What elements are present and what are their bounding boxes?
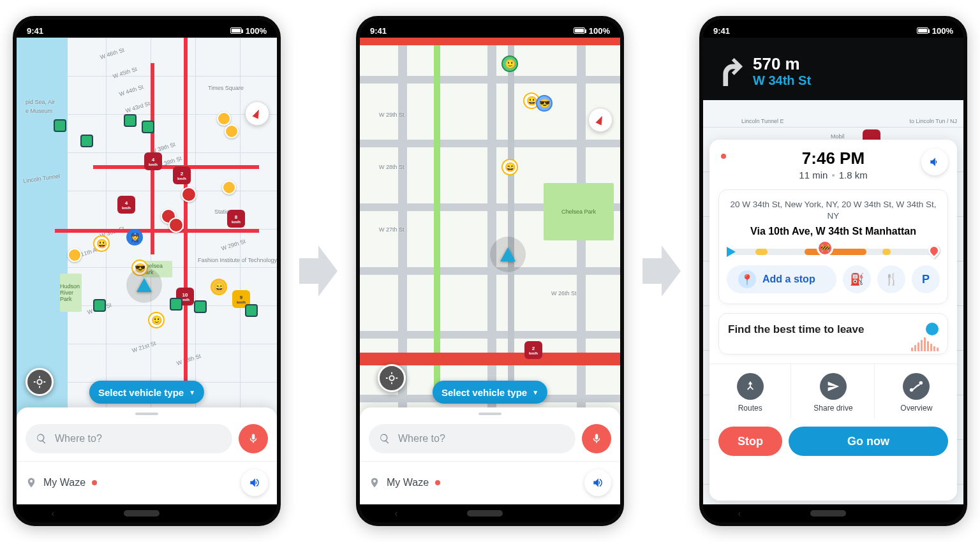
destination-card[interactable]: 20 W 34th St, New York, NY, 20 W 34th St…: [718, 189, 948, 304]
traffic-light-icon: [194, 300, 207, 313]
go-now-button[interactable]: Go now: [789, 427, 948, 456]
traffic-light-icon: [93, 299, 106, 312]
speed-limit-pin[interactable]: 8km/h: [227, 210, 245, 228]
status-battery: 100%: [246, 26, 267, 36]
routes-button[interactable]: Routes: [709, 364, 791, 419]
eta-time: 7:46 PM: [709, 149, 957, 168]
speed-limit-pin[interactable]: 4km/h: [117, 196, 135, 214]
route-sheet[interactable]: 7:46 PM 11 min•1.8 km 20 W 34th St, New …: [709, 140, 957, 501]
traffic-light-icon: [245, 304, 258, 317]
turn-right-icon: [715, 55, 744, 87]
vehicle-type-button[interactable]: Select vehicle type▼: [433, 381, 547, 404]
turn-banner[interactable]: 570 m W 34th St: [703, 38, 963, 100]
speed-limit-pin[interactable]: 2km/h: [524, 341, 542, 359]
sheet-handle[interactable]: [479, 413, 501, 415]
svg-point-3: [919, 381, 923, 385]
search-input[interactable]: Where to?: [26, 424, 232, 453]
go-row: Stop Go now: [718, 427, 948, 456]
sound-toggle-button[interactable]: [584, 469, 611, 496]
report-pin[interactable]: [222, 180, 236, 194]
street-label: W 45th St: [112, 66, 138, 80]
wazer-icon[interactable]: 😄: [211, 279, 227, 295]
nav-distance: 570 m: [753, 55, 811, 74]
back-icon[interactable]: ‹: [738, 508, 741, 518]
bottom-sheet[interactable]: Where to? My Waze: [360, 407, 620, 504]
park-hudson: Hudson River Park: [60, 274, 82, 312]
back-icon[interactable]: ‹: [52, 508, 55, 518]
food-stop-button[interactable]: 🍴: [877, 265, 905, 293]
park-chelsea: Chelsea Park: [544, 183, 614, 240]
recenter-button[interactable]: [378, 364, 406, 392]
home-pill[interactable]: [124, 510, 160, 516]
street-label: W 43rd St: [124, 100, 151, 114]
bottom-sheet[interactable]: Where to? My Waze: [17, 407, 277, 504]
android-navbar: ‹: [360, 504, 620, 522]
flow-arrow-icon: [642, 242, 681, 300]
hazard-pin[interactable]: [168, 217, 184, 233]
traffic-line: [184, 38, 188, 395]
stop-chip-row: 📍 Add a stop ⛽ 🍴 P: [727, 265, 940, 293]
add-stop-button[interactable]: 📍 Add a stop: [727, 265, 836, 293]
share-drive-button[interactable]: Share drive: [792, 364, 874, 419]
overview-button[interactable]: Overview: [876, 364, 957, 419]
phone-map-overview: 9:41 100% Hudson River Park Chelsea Park…: [13, 16, 281, 526]
street-label: W 27th St: [379, 226, 405, 233]
status-time: 9:41: [713, 26, 730, 36]
wazer-icon[interactable]: 🙂: [148, 312, 165, 328]
food-icon: 🍴: [884, 272, 898, 286]
sound-toggle-button[interactable]: [241, 469, 268, 496]
street-label: W 26th St: [551, 290, 577, 297]
recenter-button[interactable]: [26, 368, 54, 396]
road-major: [508, 38, 514, 395]
best-time-graphic: [894, 323, 939, 351]
route-highlight: [434, 38, 440, 395]
current-location-marker: [490, 237, 526, 272]
wazer-icon[interactable]: 😀: [93, 235, 110, 252]
map-label: to Lincoln Tun / NJ: [909, 118, 957, 124]
wazer-icon[interactable]: 😎: [536, 95, 553, 112]
my-waze-row[interactable]: My Waze: [360, 462, 620, 501]
sheet-handle[interactable]: [135, 413, 158, 415]
best-time-title: Find the best time to leave: [728, 323, 865, 336]
report-pin[interactable]: [68, 248, 82, 262]
clock-icon: [926, 323, 939, 335]
report-pin[interactable]: [217, 112, 231, 126]
wazer-icon[interactable]: 😄: [501, 159, 518, 175]
speaker-icon: [248, 476, 261, 489]
sound-toggle-button[interactable]: [921, 149, 948, 175]
traffic-light-icon: [142, 121, 154, 133]
home-pill[interactable]: [810, 510, 846, 516]
status-time: 9:41: [27, 26, 43, 36]
hazard-pin[interactable]: [181, 187, 197, 202]
voice-search-button[interactable]: [239, 424, 268, 453]
compass-button[interactable]: [245, 101, 269, 126]
speed-limit-pin[interactable]: 2km/h: [173, 166, 191, 184]
back-icon[interactable]: ‹: [395, 508, 398, 518]
report-pin[interactable]: [225, 124, 239, 138]
device-notch: [795, 20, 872, 26]
android-navbar: ‹: [703, 504, 963, 522]
microphone-icon: [248, 433, 259, 444]
wazer-icon[interactable]: 🙂: [501, 55, 518, 72]
compass-button[interactable]: [588, 108, 612, 132]
search-row: Where to?: [360, 419, 620, 462]
traffic-light-icon: [80, 135, 93, 147]
street-label: W 46th St: [99, 47, 125, 61]
search-input[interactable]: Where to?: [369, 424, 575, 453]
pin-icon: [26, 477, 37, 488]
stop-button[interactable]: Stop: [718, 427, 782, 456]
vehicle-type-button[interactable]: Select vehicle type▼: [89, 381, 204, 404]
speed-limit-pin[interactable]: 4km/h: [144, 152, 162, 170]
map-label: Lincoln Tunnel E: [741, 118, 784, 124]
traffic-light-icon: [54, 119, 66, 132]
fuel-icon: ⛽: [850, 272, 864, 286]
speaker-icon: [591, 476, 604, 489]
parking-stop-button[interactable]: P: [912, 265, 940, 293]
police-pin[interactable]: 👮: [126, 229, 143, 245]
fuel-stop-button[interactable]: ⛽: [843, 265, 871, 293]
best-time-card[interactable]: Find the best time to leave: [718, 313, 948, 355]
my-waze-row[interactable]: My Waze: [17, 462, 277, 501]
home-pill[interactable]: [467, 510, 503, 516]
voice-search-button[interactable]: [582, 424, 611, 453]
action-row: Routes Share drive Overview: [709, 363, 957, 419]
